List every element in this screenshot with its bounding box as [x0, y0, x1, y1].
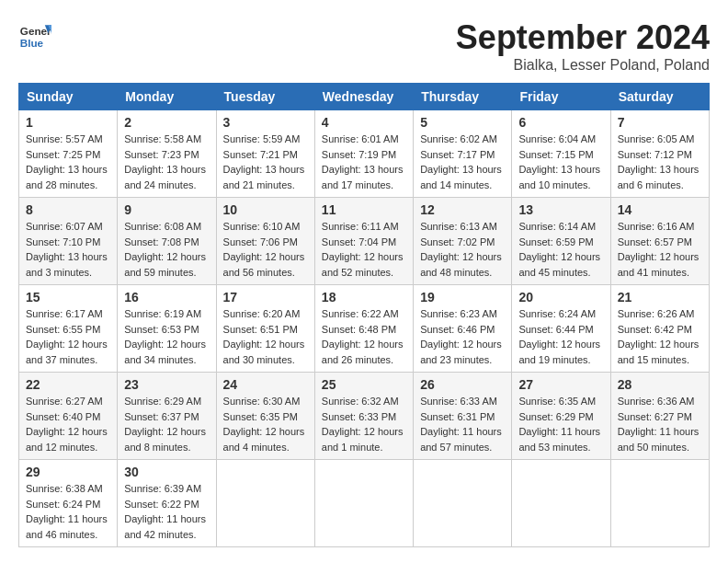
- calendar-day-cell: 10Sunrise: 6:10 AM Sunset: 7:06 PM Dayli…: [216, 198, 314, 285]
- day-info: Sunrise: 6:33 AM Sunset: 6:31 PM Dayligh…: [420, 394, 505, 454]
- day-number: 27: [518, 377, 603, 392]
- calendar-day-cell: 27Sunrise: 6:35 AM Sunset: 6:29 PM Dayli…: [512, 373, 610, 460]
- day-info: Sunrise: 6:01 AM Sunset: 7:19 PM Dayligh…: [322, 132, 406, 192]
- weekday-header-sunday: Sunday: [19, 84, 118, 110]
- calendar-day-cell: 23Sunrise: 6:29 AM Sunset: 6:37 PM Dayli…: [118, 373, 216, 460]
- day-info: Sunrise: 6:35 AM Sunset: 6:29 PM Dayligh…: [518, 394, 603, 454]
- calendar-day-cell: 9Sunrise: 6:08 AM Sunset: 7:08 PM Daylig…: [118, 198, 216, 285]
- day-number: 30: [124, 465, 209, 479]
- calendar-day-cell: 16Sunrise: 6:19 AM Sunset: 6:53 PM Dayli…: [118, 285, 216, 373]
- calendar-day-cell: 22Sunrise: 6:27 AM Sunset: 6:40 PM Dayli…: [19, 373, 118, 460]
- day-number: 22: [26, 377, 110, 392]
- day-number: 28: [618, 377, 702, 392]
- empty-cell: [610, 460, 709, 547]
- calendar-day-cell: 28Sunrise: 6:36 AM Sunset: 6:27 PM Dayli…: [610, 373, 709, 460]
- calendar-day-cell: 5Sunrise: 6:02 AM Sunset: 7:17 PM Daylig…: [414, 110, 512, 198]
- logo-icon: General Blue: [18, 18, 51, 52]
- weekday-header-monday: Monday: [118, 84, 216, 110]
- day-info: Sunrise: 6:02 AM Sunset: 7:17 PM Dayligh…: [420, 132, 505, 192]
- calendar-day-cell: 15Sunrise: 6:17 AM Sunset: 6:55 PM Dayli…: [19, 285, 118, 373]
- empty-cell: [512, 460, 610, 547]
- day-info: Sunrise: 6:23 AM Sunset: 6:46 PM Dayligh…: [420, 306, 505, 367]
- day-info: Sunrise: 6:22 AM Sunset: 6:48 PM Dayligh…: [322, 306, 406, 367]
- calendar-day-cell: 4Sunrise: 6:01 AM Sunset: 7:19 PM Daylig…: [314, 110, 413, 198]
- day-number: 21: [618, 290, 702, 304]
- day-number: 2: [124, 115, 209, 130]
- day-number: 11: [322, 202, 406, 217]
- calendar-day-cell: 14Sunrise: 6:16 AM Sunset: 6:57 PM Dayli…: [610, 198, 709, 285]
- day-info: Sunrise: 6:08 AM Sunset: 7:08 PM Dayligh…: [124, 219, 209, 280]
- day-number: 20: [518, 290, 603, 304]
- day-number: 3: [223, 115, 308, 130]
- calendar-week-row: 22Sunrise: 6:27 AM Sunset: 6:40 PM Dayli…: [19, 373, 710, 460]
- day-info: Sunrise: 6:27 AM Sunset: 6:40 PM Dayligh…: [26, 394, 110, 454]
- svg-text:Blue: Blue: [20, 37, 44, 49]
- calendar-day-cell: 6Sunrise: 6:04 AM Sunset: 7:15 PM Daylig…: [512, 110, 610, 198]
- calendar-day-cell: 13Sunrise: 6:14 AM Sunset: 6:59 PM Dayli…: [512, 198, 610, 285]
- day-number: 24: [223, 377, 308, 392]
- day-number: 26: [420, 377, 505, 392]
- calendar-day-cell: 1Sunrise: 5:57 AM Sunset: 7:25 PM Daylig…: [19, 110, 118, 198]
- day-info: Sunrise: 6:38 AM Sunset: 6:24 PM Dayligh…: [26, 481, 110, 542]
- weekday-header-saturday: Saturday: [610, 84, 709, 110]
- day-info: Sunrise: 6:20 AM Sunset: 6:51 PM Dayligh…: [223, 306, 308, 367]
- calendar-day-cell: 24Sunrise: 6:30 AM Sunset: 6:35 PM Dayli…: [216, 373, 314, 460]
- day-number: 8: [26, 202, 110, 217]
- calendar-week-row: 1Sunrise: 5:57 AM Sunset: 7:25 PM Daylig…: [19, 110, 710, 198]
- day-info: Sunrise: 5:59 AM Sunset: 7:21 PM Dayligh…: [223, 132, 308, 192]
- day-number: 19: [420, 290, 505, 304]
- day-info: Sunrise: 5:57 AM Sunset: 7:25 PM Dayligh…: [26, 132, 110, 192]
- calendar-day-cell: 17Sunrise: 6:20 AM Sunset: 6:51 PM Dayli…: [216, 285, 314, 373]
- day-info: Sunrise: 6:05 AM Sunset: 7:12 PM Dayligh…: [618, 132, 702, 192]
- empty-cell: [314, 460, 413, 547]
- day-info: Sunrise: 6:17 AM Sunset: 6:55 PM Dayligh…: [26, 306, 110, 367]
- calendar-day-cell: 20Sunrise: 6:24 AM Sunset: 6:44 PM Dayli…: [512, 285, 610, 373]
- day-number: 18: [322, 290, 406, 304]
- title-area: September 2024 Bialka, Lesser Poland, Po…: [456, 18, 710, 74]
- day-number: 7: [618, 115, 702, 130]
- weekday-header-friday: Friday: [512, 84, 610, 110]
- calendar-day-cell: 2Sunrise: 5:58 AM Sunset: 7:23 PM Daylig…: [118, 110, 216, 198]
- calendar-week-row: 15Sunrise: 6:17 AM Sunset: 6:55 PM Dayli…: [19, 285, 710, 373]
- day-number: 15: [26, 290, 110, 304]
- location-title: Bialka, Lesser Poland, Poland: [456, 57, 710, 74]
- day-info: Sunrise: 6:19 AM Sunset: 6:53 PM Dayligh…: [124, 306, 209, 367]
- day-info: Sunrise: 6:10 AM Sunset: 7:06 PM Dayligh…: [223, 219, 308, 280]
- day-info: Sunrise: 6:07 AM Sunset: 7:10 PM Dayligh…: [26, 219, 110, 280]
- day-number: 1: [26, 115, 110, 130]
- day-number: 23: [124, 377, 209, 392]
- day-number: 4: [322, 115, 406, 130]
- day-info: Sunrise: 6:26 AM Sunset: 6:42 PM Dayligh…: [618, 306, 702, 367]
- logo: General Blue: [18, 18, 51, 52]
- month-title: September 2024: [456, 18, 710, 57]
- calendar-day-cell: 26Sunrise: 6:33 AM Sunset: 6:31 PM Dayli…: [414, 373, 512, 460]
- day-info: Sunrise: 6:29 AM Sunset: 6:37 PM Dayligh…: [124, 394, 209, 454]
- page-header: General Blue September 2024 Bialka, Less…: [18, 18, 710, 74]
- day-info: Sunrise: 6:04 AM Sunset: 7:15 PM Dayligh…: [518, 132, 603, 192]
- calendar-week-row: 29Sunrise: 6:38 AM Sunset: 6:24 PM Dayli…: [19, 460, 710, 547]
- day-number: 6: [518, 115, 603, 130]
- day-number: 29: [26, 465, 110, 479]
- calendar-table: SundayMondayTuesdayWednesdayThursdayFrid…: [18, 83, 710, 547]
- day-number: 5: [420, 115, 505, 130]
- weekday-header-tuesday: Tuesday: [216, 84, 314, 110]
- calendar-day-cell: 25Sunrise: 6:32 AM Sunset: 6:33 PM Dayli…: [314, 373, 413, 460]
- day-info: Sunrise: 6:16 AM Sunset: 6:57 PM Dayligh…: [618, 219, 702, 280]
- day-number: 12: [420, 202, 505, 217]
- day-number: 14: [618, 202, 702, 217]
- empty-cell: [216, 460, 314, 547]
- calendar-day-cell: 18Sunrise: 6:22 AM Sunset: 6:48 PM Dayli…: [314, 285, 413, 373]
- calendar-day-cell: 21Sunrise: 6:26 AM Sunset: 6:42 PM Dayli…: [610, 285, 709, 373]
- day-info: Sunrise: 5:58 AM Sunset: 7:23 PM Dayligh…: [124, 132, 209, 192]
- day-number: 17: [223, 290, 308, 304]
- calendar-day-cell: 11Sunrise: 6:11 AM Sunset: 7:04 PM Dayli…: [314, 198, 413, 285]
- empty-cell: [414, 460, 512, 547]
- weekday-header-row: SundayMondayTuesdayWednesdayThursdayFrid…: [19, 84, 710, 110]
- weekday-header-wednesday: Wednesday: [314, 84, 413, 110]
- day-info: Sunrise: 6:14 AM Sunset: 6:59 PM Dayligh…: [518, 219, 603, 280]
- day-info: Sunrise: 6:13 AM Sunset: 7:02 PM Dayligh…: [420, 219, 505, 280]
- day-number: 10: [223, 202, 308, 217]
- day-info: Sunrise: 6:36 AM Sunset: 6:27 PM Dayligh…: [618, 394, 702, 454]
- day-info: Sunrise: 6:32 AM Sunset: 6:33 PM Dayligh…: [322, 394, 406, 454]
- day-number: 25: [322, 377, 406, 392]
